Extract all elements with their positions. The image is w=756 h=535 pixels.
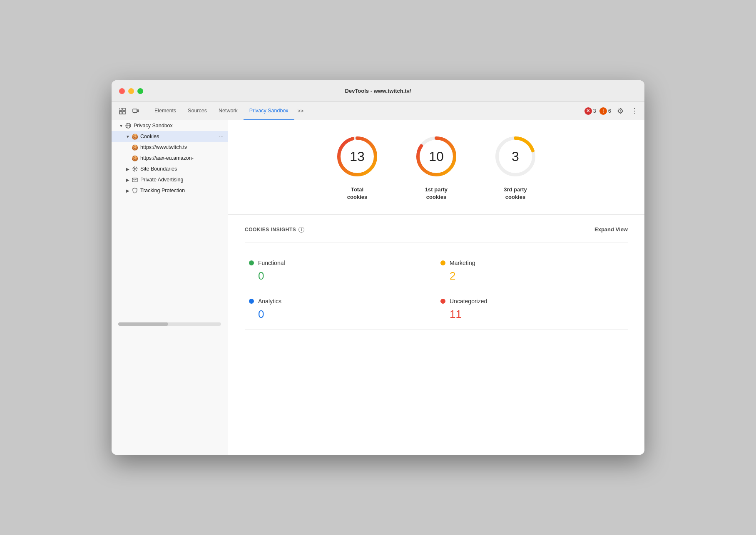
cookies-icon: 🍪 [132,133,138,140]
svg-rect-4 [133,109,137,112]
window-controls [119,88,143,94]
tab-privacy-sandbox[interactable]: Privacy Sandbox [244,102,294,120]
warning-count: 6 [608,108,611,114]
private-advertising-icon [132,176,138,183]
insight-functional-row: Functional [249,260,428,266]
first-party-number: 10 [429,149,444,164]
donut-total: 13 [334,134,380,179]
toolbar-divider [145,107,145,115]
donut-first-party: 10 [413,134,459,179]
settings-button[interactable]: ⚙ [614,105,626,117]
insight-uncategorized: Uncategorized 11 [436,291,628,329]
sidebar-cookies-label: Cookies [140,134,218,139]
sidebar-item-site-boundaries[interactable]: ▶ Site Boundaries [112,163,228,174]
sidebar-item-tracking-protection[interactable]: ▶ Tracking Protection [112,185,228,196]
tab-network[interactable]: Network [213,102,244,120]
uncategorized-label: Uncategorized [450,298,487,305]
tree-arrow-tracking-protection: ▶ [125,188,131,193]
inspector-icon[interactable] [117,105,128,117]
functional-count: 0 [249,270,428,282]
sidebar-scrollbar[interactable] [118,322,221,326]
sidebar-spacer [112,196,228,321]
analytics-count: 0 [249,308,428,321]
sidebar-item-cookies[interactable]: ▼ 🍪 Cookies ⋯ [112,131,228,142]
first-party-label: 1st party cookies [425,186,448,201]
close-button[interactable] [119,88,125,94]
uncategorized-dot [440,299,445,304]
insight-analytics-row: Analytics [249,298,428,305]
insights-divider [245,243,628,243]
minimize-button[interactable] [128,88,134,94]
tree-arrow-cookies: ▼ [125,134,131,139]
sidebar-item-amazon[interactable]: 🍪 https://aax-eu.amazon- [112,153,228,163]
stat-total-cookies: 13 Total cookies [334,134,380,201]
tree-arrow-privacy-sandbox: ▼ [118,123,124,129]
sidebar: ▼ Privacy Sandbox ▼ 🍪 Cookies ⋯ [112,120,228,455]
insights-grid: Functional 0 Marketing 2 [245,253,628,329]
maximize-button[interactable] [137,88,143,94]
insights-header: COOKIES INSIGHTS i Expand View [245,226,628,233]
sidebar-cookies-action[interactable]: ⋯ [218,133,224,140]
info-icon: i [298,227,304,233]
privacy-sandbox-icon [125,122,132,129]
right-panel: 13 Total cookies [228,120,644,455]
stat-third-party: 3 3rd party cookies [492,134,538,201]
stats-section: 13 Total cookies [228,120,644,215]
functional-dot [249,260,254,265]
sidebar-item-twitch[interactable]: 🍪 https://www.twitch.tv [112,142,228,153]
toolbar-right: ✕ 3 ! 6 ⚙ ⋮ [584,105,639,117]
functional-label: Functional [258,260,285,266]
tab-elements[interactable]: Elements [149,102,182,120]
tab-bar: Elements Sources Network Privacy Sandbox… [149,102,583,120]
donut-third-party: 3 [492,134,538,179]
insight-analytics: Analytics 0 [245,291,436,329]
svg-rect-2 [119,111,122,114]
toolbar: Elements Sources Network Privacy Sandbox… [112,102,644,120]
insights-title: COOKIES INSIGHTS i [245,227,304,233]
cookie-small-icon-2: 🍪 [132,155,138,161]
warning-icon: ! [599,107,607,115]
error-icon: ✕ [584,107,592,115]
total-cookies-number: 13 [350,149,365,164]
sidebar-tracking-protection-label: Tracking Protection [140,188,224,193]
more-options-button[interactable]: ⋮ [629,105,639,117]
third-party-label: 3rd party cookies [504,186,527,201]
svg-line-16 [133,167,134,168]
warning-badge: ! 6 [599,107,611,115]
devtools-window: DevTools - www.twitch.tv/ Elements Sourc… [112,80,644,455]
site-boundaries-icon [132,166,138,172]
marketing-label: Marketing [450,260,475,266]
titlebar: DevTools - www.twitch.tv/ [112,80,644,102]
marketing-dot [440,260,445,265]
tree-arrow-private-advertising: ▶ [125,177,131,183]
insights-section: COOKIES INSIGHTS i Expand View Functiona… [228,215,644,455]
svg-line-17 [136,170,137,171]
sidebar-privacy-sandbox-label: Privacy Sandbox [134,123,224,129]
sidebar-amazon-label: https://aax-eu.amazon- [140,155,224,161]
device-toggle-icon[interactable] [130,105,142,117]
insight-marketing-row: Marketing [440,260,619,266]
sidebar-item-privacy-sandbox[interactable]: ▼ Privacy Sandbox [112,120,228,131]
uncategorized-count: 11 [440,308,619,321]
main-content: ▼ Privacy Sandbox ▼ 🍪 Cookies ⋯ [112,120,644,455]
sidebar-private-advertising-label: Private Advertising [140,177,224,183]
expand-view-button[interactable]: Expand View [594,226,628,233]
svg-line-7 [134,113,135,113]
total-cookies-label: Total cookies [347,186,367,201]
sidebar-item-private-advertising[interactable]: ▶ Private Advertising [112,174,228,185]
svg-point-11 [134,168,136,170]
svg-line-19 [133,170,134,171]
more-tabs-button[interactable]: >> [294,102,307,120]
svg-rect-1 [123,108,125,111]
sidebar-site-boundaries-label: Site Boundaries [140,166,224,172]
sidebar-scrollbar-thumb [118,322,168,326]
analytics-label: Analytics [258,298,281,305]
analytics-dot [249,299,254,304]
stat-first-party: 10 1st party cookies [413,134,459,201]
tab-sources[interactable]: Sources [182,102,213,120]
sidebar-twitch-label: https://www.twitch.tv [140,144,224,150]
window-title: DevTools - www.twitch.tv/ [345,88,411,94]
cookie-small-icon: 🍪 [132,144,138,151]
tracking-protection-icon [132,187,138,194]
error-badge: ✕ 3 [584,107,596,115]
